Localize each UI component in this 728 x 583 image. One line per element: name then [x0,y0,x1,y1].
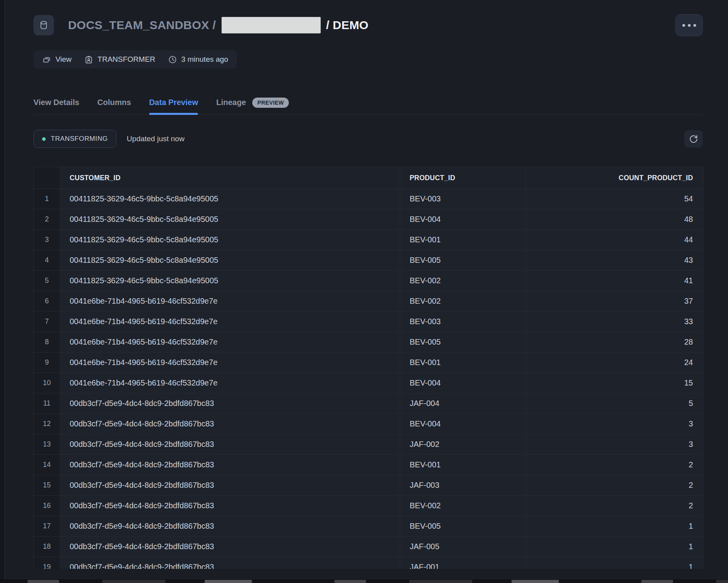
table-row[interactable]: 1 00411825-3629-46c5-9bbc-5c8a94e95005 B… [34,189,703,209]
table-row[interactable]: 4 00411825-3629-46c5-9bbc-5c8a94e95005 B… [34,250,703,271]
data-preview-page: DOCS_TEAM_SANDBOX / / DEMO View [0,0,728,583]
table-row[interactable]: 13 00db3cf7-d5e9-4dc4-8dc9-2bdfd867bc83 … [34,434,703,455]
refresh-status-row: TRANSFORMING Updated just now [33,130,703,148]
redacted-schema-name [222,17,321,33]
table-row[interactable]: 6 0041e6be-71b4-4965-b619-46cf532d9e7e B… [34,291,703,312]
product-id-cell: JAF-001 [400,557,526,569]
customer-id-cell: 0041e6be-71b4-4965-b619-46cf532d9e7e [60,352,400,373]
table-row[interactable]: 10 0041e6be-71b4-4965-b619-46cf532d9e7e … [34,373,703,393]
customer-id-cell: 00db3cf7-d5e9-4dc4-8dc9-2bdfd867bc83 [60,393,400,414]
table-row[interactable]: 12 00db3cf7-d5e9-4dc4-8dc9-2bdfd867bc83 … [34,414,703,434]
product-id-cell: JAF-002 [400,434,526,455]
row-number-cell: 1 [34,189,60,209]
horizontal-scrollbar[interactable] [0,579,728,583]
row-number-cell: 10 [34,373,60,393]
product-id-cell: BEV-001 [400,455,526,475]
product-id-cell: BEV-003 [400,312,526,332]
table-row[interactable]: 19 00db3cf7-d5e9-4dc4-8dc9-2bdfd867bc83 … [34,557,703,569]
transforming-status-label: TRANSFORMING [51,135,108,143]
table-row[interactable]: 15 00db3cf7-d5e9-4dc4-8dc9-2bdfd867bc83 … [34,475,703,496]
customer-id-cell: 00db3cf7-d5e9-4dc4-8dc9-2bdfd867bc83 [60,455,400,475]
table-row[interactable]: 5 00411825-3629-46c5-9bbc-5c8a94e95005 B… [34,271,703,291]
customer-id-cell: 00db3cf7-d5e9-4dc4-8dc9-2bdfd867bc83 [60,475,400,496]
product-id-cell: BEV-002 [400,291,526,312]
row-number-cell: 14 [34,455,60,475]
count-product-id-cell: 33 [526,312,703,332]
customer-id-cell: 00411825-3629-46c5-9bbc-5c8a94e95005 [60,271,400,291]
product-id-cell: BEV-004 [400,414,526,434]
row-number-cell: 3 [34,230,60,250]
object-meta-badges: View TRANSFORMER 3 minutes ago [33,50,237,68]
count-product-id-cell: 1 [526,557,703,569]
left-panel-edge [0,0,5,583]
count-product-id-cell: 41 [526,271,703,291]
customer-id-cell: 0041e6be-71b4-4965-b619-46cf532d9e7e [60,373,400,393]
table-row[interactable]: 14 00db3cf7-d5e9-4dc4-8dc9-2bdfd867bc83 … [34,455,703,475]
table-row[interactable]: 2 00411825-3629-46c5-9bbc-5c8a94e95005 B… [34,209,703,230]
table-row[interactable]: 9 0041e6be-71b4-4965-b619-46cf532d9e7e B… [34,352,703,373]
table-header-row: CUSTOMER_ID PRODUCT_ID COUNT_PRODUCT_ID [34,167,703,189]
count-product-id-cell: 3 [526,434,703,455]
data-preview-grid: CUSTOMER_ID PRODUCT_ID COUNT_PRODUCT_ID … [33,167,704,569]
status-dot-icon [42,137,46,141]
clock-icon [168,55,177,64]
count-product-id-cell: 2 [526,496,703,516]
customer-id-cell: 00411825-3629-46c5-9bbc-5c8a94e95005 [60,250,400,271]
tab-columns[interactable]: Columns [97,90,131,114]
customer-id-cell: 00411825-3629-46c5-9bbc-5c8a94e95005 [60,209,400,230]
refresh-button[interactable] [684,130,703,148]
count-product-id-cell: 15 [526,373,703,393]
table-row[interactable]: 3 00411825-3629-46c5-9bbc-5c8a94e95005 B… [34,230,703,250]
view-layers-icon [42,55,51,64]
count-product-id-cell: 37 [526,291,703,312]
count-product-id-cell: 43 [526,250,703,271]
customer-id-cell: 0041e6be-71b4-4965-b619-46cf532d9e7e [60,332,400,352]
table-row[interactable]: 8 0041e6be-71b4-4965-b619-46cf532d9e7e B… [34,332,703,352]
customer-id-cell: 00db3cf7-d5e9-4dc4-8dc9-2bdfd867bc83 [60,516,400,537]
breadcrumb-object-name: / DEMO [326,18,369,32]
column-header-product-id[interactable]: PRODUCT_ID [400,167,526,189]
breadcrumb: DOCS_TEAM_SANDBOX / / DEMO [68,17,368,33]
updated-timestamp: Updated just now [127,135,185,143]
customer-id-cell: 00db3cf7-d5e9-4dc4-8dc9-2bdfd867bc83 [60,496,400,516]
product-id-cell: BEV-005 [400,250,526,271]
column-header-customer-id[interactable]: CUSTOMER_ID [60,167,400,189]
count-product-id-cell: 48 [526,209,703,230]
product-id-cell: JAF-004 [400,393,526,414]
row-number-cell: 6 [34,291,60,312]
row-number-header [34,167,60,189]
tab-data-preview[interactable]: Data Preview [149,90,198,114]
table-row[interactable]: 11 00db3cf7-d5e9-4dc4-8dc9-2bdfd867bc83 … [34,393,703,414]
product-id-cell: BEV-001 [400,230,526,250]
tab-view-details[interactable]: View Details [33,90,79,114]
ellipsis-icon [682,24,685,27]
table-row[interactable]: 7 0041e6be-71b4-4965-b619-46cf532d9e7e B… [34,312,703,332]
customer-id-cell: 00db3cf7-d5e9-4dc4-8dc9-2bdfd867bc83 [60,557,400,569]
last-updated-label: 3 minutes ago [181,55,228,64]
row-number-cell: 16 [34,496,60,516]
count-product-id-cell: 54 [526,189,703,209]
column-header-count-product-id[interactable]: COUNT_PRODUCT_ID [526,167,703,189]
row-number-cell: 9 [34,352,60,373]
count-product-id-cell: 1 [526,537,703,557]
more-actions-button[interactable] [675,14,703,36]
object-type-badge: View [42,55,72,64]
role-card-icon [84,55,93,64]
customer-id-cell: 0041e6be-71b4-4965-b619-46cf532d9e7e [60,291,400,312]
tab-lineage[interactable]: Lineage PREVIEW [216,90,289,114]
object-header: DOCS_TEAM_SANDBOX / / DEMO [33,14,703,36]
table-row[interactable]: 17 00db3cf7-d5e9-4dc4-8dc9-2bdfd867bc83 … [34,516,703,537]
row-number-cell: 12 [34,414,60,434]
owner-role-badge: TRANSFORMER [84,55,155,64]
product-id-cell: BEV-002 [400,496,526,516]
row-number-cell: 5 [34,271,60,291]
product-id-cell: BEV-005 [400,516,526,537]
row-number-cell: 11 [34,393,60,414]
product-id-cell: BEV-004 [400,209,526,230]
table-row[interactable]: 18 00db3cf7-d5e9-4dc4-8dc9-2bdfd867bc83 … [34,537,703,557]
product-id-cell: BEV-002 [400,271,526,291]
table-row[interactable]: 16 00db3cf7-d5e9-4dc4-8dc9-2bdfd867bc83 … [34,496,703,516]
count-product-id-cell: 5 [526,393,703,414]
row-number-cell: 19 [34,557,60,569]
customer-id-cell: 00db3cf7-d5e9-4dc4-8dc9-2bdfd867bc83 [60,537,400,557]
